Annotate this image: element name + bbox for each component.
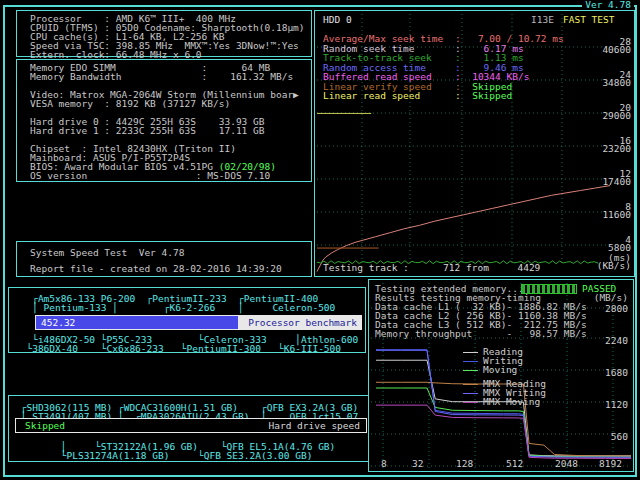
drive-label-line: └PLS31274A(1.18 GB) └QFB SE3.2A(3.00 GB) (15, 451, 335, 460)
system-info-line: OS version : MS-DOS 7.10 (30, 171, 311, 180)
memory-x-tick: 128 (456, 459, 473, 468)
seek-axis-kbs-tick: 23200 (602, 145, 631, 153)
cpu-benchmark-panel: ┌Am5x86-133 P6-200 ┌PentiumII-233 ┌Penti… (8, 287, 366, 353)
memory-x-tick: 8 (381, 459, 387, 468)
seek-axis-tick-pair: 1623200 (602, 137, 631, 153)
memory-y-tick: 2800 (605, 304, 628, 313)
series-mmx-moving (376, 405, 631, 458)
benchmark-reference-labels-top: ┌Am5x86-133 P6-200 ┌PentiumII-233 ┌Penti… (15, 294, 365, 312)
legend-label: Moving (483, 364, 517, 375)
hdd-stat-label: Average/Max seek time (323, 34, 455, 43)
legend-line-swatch (463, 384, 478, 385)
seek-axis-tick-pair: 811600 (602, 203, 631, 219)
seek-axis-kbs-tick: 34800 (602, 79, 631, 87)
system-info-panel: Memory EDO SIMM : 64 MBMemory Bandwidth … (16, 59, 312, 182)
system-info-line: VESA memory : 8192 KB (37127 KB/s) (30, 99, 311, 108)
drive-speed-result: Skipped (25, 421, 65, 430)
report-info-line: Report file - created on 28-02-2016 14:3… (30, 264, 311, 273)
seek-axis-tick-pair: 2029000 (602, 104, 631, 120)
legend-line-swatch (463, 402, 478, 403)
legend-item-moving: Moving (463, 365, 517, 374)
legend-line-swatch (463, 370, 478, 371)
hdd-benchmark-panel: ┌SHD3062(115 MB) ┌WDCAC31600H(1.51 GB) ┌… (8, 395, 374, 462)
system-info-line: Hard drive 1 : 2233C 255H 63S 17.11 GB (30, 126, 311, 135)
memory-x-tick: 32 (412, 459, 423, 468)
seek-axis-kbs-tick: 17400 (602, 178, 631, 186)
benchmark-score: 452.32 (41, 318, 75, 327)
benchmark-label-line: │ Pentium-133 │ ┌K6-2-266 │ Celeron-500 (15, 303, 365, 312)
hdd-stat-row: Linear read speed: Skipped (323, 91, 512, 100)
seek-axis-tick-pair: 45800 (608, 236, 631, 252)
hdd-stat-value: Skipped (461, 90, 512, 101)
memory-result-row: Memory throughput - 98.57 MB/s (375, 329, 587, 338)
testing-track-status: Testing track : 712 from 4429 (323, 263, 540, 272)
benchmark-label-line: └386DX-40 └Cx6x86-233 └PentiumII-300 └K6… (15, 344, 358, 353)
legend-item-mmx-moving: MMX Moving (463, 397, 540, 406)
benchmark-reference-labels-bottom: └i486DX2-50 └P55C-233 └Celeron-333 │Athl… (15, 335, 358, 353)
hdd-stat-label: Buffered read speed (323, 72, 455, 81)
hdd-stat-label: Linear read speed (323, 91, 455, 100)
seek-axis-tick-pair: 1217400 (602, 170, 631, 186)
legend-line-swatch (463, 361, 478, 362)
memory-y-tick: 1120 (605, 400, 628, 409)
cpu-info-line: Extern. clock: 66.48 MHz x 6.0 (30, 50, 311, 59)
hdd-title: HDD 0 (323, 15, 352, 24)
series-seek-time-curve (317, 186, 610, 272)
seek-axis-kbs-tick: 29000 (602, 112, 631, 120)
hdd-stat-row: Average/Max seek time: 7.00 / 10.72 ms (323, 34, 564, 43)
memory-unit-label: (MB/s) (594, 293, 628, 302)
memory-x-tick: 8192 (599, 459, 622, 468)
legend-line-swatch (463, 352, 478, 353)
seek-axis-kbs-tick: (KB/s) (597, 262, 631, 270)
fast-test-label: FAST TEST (563, 15, 614, 24)
report-info-panel: System Speed Test Ver 4.78Report file - … (16, 241, 312, 277)
seek-axis-kbs-tick: 11600 (602, 211, 631, 219)
memory-y-tick: 1680 (605, 368, 628, 377)
seek-axis-kbs-tick: 40600 (602, 46, 631, 54)
hdd-seek-test-panel: HDD 0 I13E FAST TEST Average/Max seek ti… (314, 10, 635, 277)
benchmark-bar-title: Processor benchmark (248, 318, 357, 327)
speedsys-screen: Ver 4.78 Processor : AMD K6™ III+ 400 MH… (0, 0, 640, 480)
memory-x-tick: 2048 (555, 459, 578, 468)
memory-x-tick: 512 (506, 459, 523, 468)
seek-axis-kbs-tick: 5800 (608, 244, 631, 252)
report-info-line: System Speed Test Ver 4.78 (30, 248, 311, 257)
system-info-line: Memory Bandwidth : 161.32 MB/s (30, 72, 311, 81)
benchmark-bar: 452.32 Processor benchmark (35, 315, 362, 330)
drive-bar-title: Hard drive speed (268, 421, 360, 430)
cpu-info-panel: Processor : AMD K6™ III+ 400 MHzCPUID (T… (16, 10, 312, 57)
hdd-id-label: I13E (531, 15, 554, 24)
drive-speed-bar: Skipped Hard drive speed (15, 418, 367, 433)
seek-axis-tick-pair: 2434800 (602, 71, 631, 87)
memory-y-tick: 560 (611, 432, 628, 441)
memory-y-tick: 2240 (605, 336, 628, 345)
legend-label: MMX Moving (483, 396, 540, 407)
seek-axis-tick-pair: 2840600 (602, 38, 631, 54)
drive-reference-labels-bottom: │ └ST32122A(1.96 GB) └QFB EL5.1A(4.76 GB… (15, 442, 335, 460)
legend-line-swatch (463, 393, 478, 394)
memory-test-panel: Testing extended memory... PASSED Result… (368, 279, 634, 472)
version-label: Ver 4.78 (582, 0, 634, 9)
hdd-stat-label: Track-to-track seek (323, 53, 455, 62)
seek-axis-tick-pair: (ms)(KB/s) (597, 254, 631, 270)
